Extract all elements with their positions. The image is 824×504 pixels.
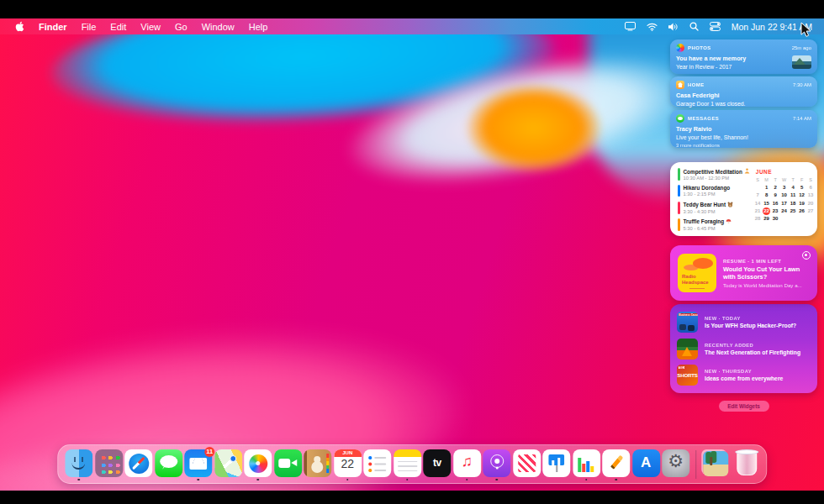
calendar-event[interactable]: Hikaru Dorodango1:30 - 2:15 PM xyxy=(678,185,750,197)
podcast-episode-row[interactable]: RECENTLY ADDEDThe Next Generation of Fir… xyxy=(677,339,811,360)
edit-widgets-button[interactable]: Edit Widgets xyxy=(719,401,769,412)
menu-bar: Finder File Edit View Go Window Help xyxy=(0,18,824,34)
mushroom-emoji xyxy=(726,218,732,225)
calendar-weekday: S xyxy=(806,176,816,184)
calendar-day-cell: 12 xyxy=(797,192,806,199)
podcasts-app-art xyxy=(483,449,510,477)
calendar-day-cell: 4 xyxy=(789,184,798,192)
running-indicator-dot xyxy=(466,479,468,481)
control-center-icon[interactable] xyxy=(710,22,721,31)
menu-item-go[interactable]: Go xyxy=(175,22,188,32)
podcast-episodes-widget[interactable]: Business CasualNEW · TODAYIs Your WFH Se… xyxy=(670,304,817,393)
calendar-widget[interactable]: Competitive Meditation10:30 AM - 12:30 P… xyxy=(670,162,817,236)
calendar-event[interactable]: Truffle Foraging5:30 - 6:45 PM xyxy=(678,218,750,231)
dock-facetime-icon[interactable] xyxy=(274,449,302,480)
calendar-day-cell: 30 xyxy=(771,215,780,223)
podcast-episode-row[interactable]: TEDSHORTSNEW · THURSDAYIdeas come from e… xyxy=(677,365,811,386)
dock-photos-icon[interactable] xyxy=(244,449,272,480)
messages-app-art xyxy=(155,449,182,477)
dock-prefs-icon[interactable] xyxy=(662,449,689,480)
notification-messages[interactable]: MESSAGES 7:14 AM Tracy Raivio Live your … xyxy=(670,110,817,148)
business-casual-artwork: Business Casual xyxy=(677,312,698,333)
finder-app-art xyxy=(65,449,92,477)
notification-home[interactable]: HOME 7:30 AM Casa Federighi Garage Door … xyxy=(670,76,817,107)
calendar-event[interactable]: Teddy Bear Hunt3:30 - 4:30 PM xyxy=(678,202,750,214)
calendar-weekday: S xyxy=(753,176,763,184)
messages-app-icon xyxy=(676,114,684,123)
photos-app-art xyxy=(244,449,272,477)
episode-title: Is Your WFH Setup Hacker-Proof? xyxy=(705,323,796,328)
wifi-icon[interactable] xyxy=(647,23,658,31)
podcast-kicker: RESUME · 1 MIN LEFT xyxy=(723,259,809,264)
dock-calendar-icon[interactable]: JUN22 xyxy=(334,449,362,480)
calendar-weekday: W xyxy=(779,176,789,184)
dock-music-icon[interactable] xyxy=(453,449,481,480)
notification-photos[interactable]: PHOTOS 25m ago You have a new memory Yea… xyxy=(670,39,817,74)
calendar-weekday: F xyxy=(797,176,806,184)
menu-item-file[interactable]: File xyxy=(82,22,97,32)
menu-item-finder[interactable]: Finder xyxy=(39,22,67,32)
calendar-day-cell: 11 xyxy=(789,192,798,199)
calendar-day-cell: 7 xyxy=(753,192,763,199)
firefighting-artwork xyxy=(677,339,698,360)
menu-item-help[interactable]: Help xyxy=(249,22,268,32)
calendar-day-cell: 20 xyxy=(806,200,816,207)
running-indicator-dot xyxy=(496,479,499,481)
dock-appstore-icon[interactable]: A xyxy=(632,449,660,480)
notification-more-count: 3 more notifications xyxy=(676,143,811,148)
news-app-art xyxy=(513,449,541,477)
calendar-event[interactable]: Competitive Meditation10:30 AM - 12:30 P… xyxy=(678,168,750,181)
episode-kicker: NEW · TODAY xyxy=(705,316,796,321)
dock-numbers-icon[interactable] xyxy=(573,449,600,480)
dock-reminders-icon[interactable] xyxy=(363,449,391,480)
dock-trash-icon[interactable] xyxy=(732,449,759,480)
menu-item-view[interactable]: View xyxy=(140,22,161,32)
dock-maps-icon[interactable] xyxy=(214,449,242,480)
dock-news-icon[interactable] xyxy=(513,449,541,480)
desktop-screen: Finder File Edit View Go Window Help xyxy=(0,0,824,504)
menu-item-window[interactable]: Window xyxy=(202,22,235,32)
podcast-episode-title: Would You Cut Your Lawn with Scissors? xyxy=(723,265,809,281)
event-color-bar xyxy=(678,185,680,197)
dock-mail-icon[interactable]: 11 xyxy=(184,449,212,480)
dock-podcasts-icon[interactable] xyxy=(483,449,510,480)
event-color-bar xyxy=(678,168,680,181)
mouse-cursor xyxy=(800,22,811,41)
calendar-day-cell: 19 xyxy=(797,200,806,207)
notification-app-label: HOME xyxy=(688,82,705,87)
dock-safari-icon[interactable] xyxy=(124,449,152,480)
dock-launchpad-icon[interactable] xyxy=(95,449,123,480)
calendar-day-grid: 1234567891011121314151617181920212223242… xyxy=(753,184,819,223)
dock-finder-icon[interactable] xyxy=(65,449,92,480)
dock-tv-icon[interactable]: tv xyxy=(423,449,451,480)
event-time: 1:30 - 2:15 PM xyxy=(684,192,731,197)
photos-app-icon xyxy=(676,44,684,52)
letterbox-top xyxy=(0,0,824,18)
podcast-episode-row[interactable]: Business CasualNEW · TODAYIs Your WFH Se… xyxy=(677,312,811,333)
calendar-day-cell: 16 xyxy=(771,200,780,207)
display-mirroring-icon[interactable] xyxy=(625,22,636,31)
notification-body: Year in Review - 2017 xyxy=(676,64,811,70)
spotlight-icon[interactable] xyxy=(689,22,699,31)
apple-menu-icon[interactable] xyxy=(15,21,24,32)
calendar-weekday: T xyxy=(789,176,798,184)
dock-messages-icon[interactable] xyxy=(155,449,182,480)
dock-contacts-icon[interactable] xyxy=(304,449,331,480)
menu-item-edit[interactable]: Edit xyxy=(110,22,126,32)
dock-keynote-icon[interactable] xyxy=(542,449,570,480)
calendar-day-cell xyxy=(789,215,798,223)
calendar-day-cell: 13 xyxy=(806,192,816,199)
podcast-episode-subtitle: Today is World Meditation Day a... xyxy=(723,282,809,288)
event-time: 3:30 - 4:30 PM xyxy=(684,209,734,214)
dock-pages-icon[interactable] xyxy=(602,449,630,480)
dock-notes-icon[interactable] xyxy=(394,449,421,480)
podcasts-widget[interactable]: Radio Headspace RESUME · 1 MIN LEFT Woul… xyxy=(670,245,817,301)
dock-stack-icon[interactable] xyxy=(701,449,729,480)
stack-app-art xyxy=(703,451,728,476)
volume-icon[interactable] xyxy=(668,23,679,31)
event-time: 5:30 - 6:45 PM xyxy=(684,226,732,231)
notification-app-label: MESSAGES xyxy=(688,116,719,121)
artwork-label-ted: TED xyxy=(679,366,684,369)
calendar-day-cell: 3 xyxy=(779,184,789,192)
contacts-app-art xyxy=(304,449,331,477)
